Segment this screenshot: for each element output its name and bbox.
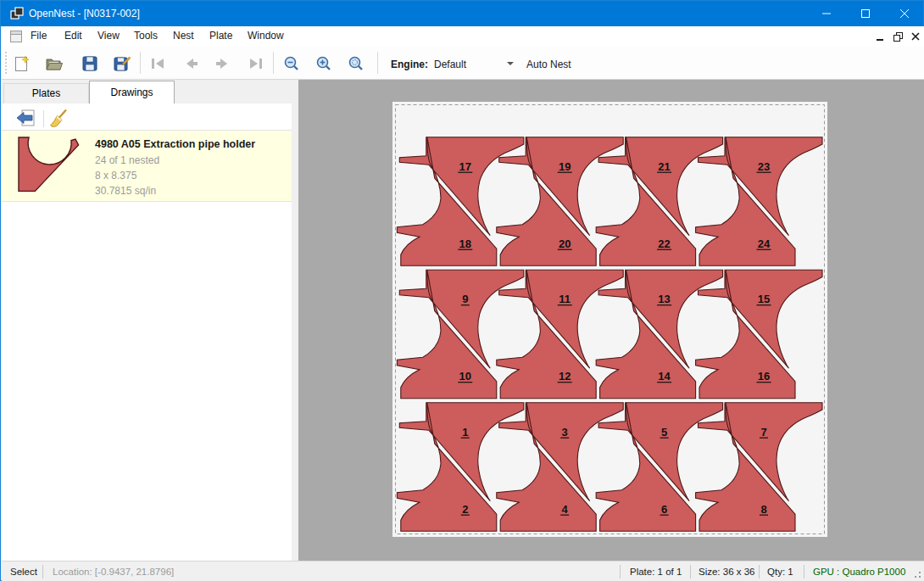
clean-broom-icon[interactable] [49,109,70,129]
close-button[interactable] [885,1,924,26]
status-plate: Plate: 1 of 1 [630,567,682,577]
engine-dropdown-icon[interactable] [506,60,515,67]
zoom-fit-button[interactable] [348,55,365,72]
part-number-label: 15 [758,293,770,305]
part-number-label: 12 [559,370,571,383]
nav-next-button [214,55,231,72]
mdi-minimize-icon[interactable] [877,34,884,42]
status-gpu: GPU : Quadro P1000 [813,567,905,577]
part-number-label: 2 [462,503,468,516]
zoom-in-button[interactable] [315,55,332,72]
nav-prev-button [182,55,199,72]
part-size: 8 x 8.375 [95,170,136,182]
part-number-label: 6 [661,503,667,516]
part-thumbnail [16,136,84,195]
drawing-list-item[interactable]: 4980 A05 Extraction pipe holder 24 of 1 … [2,131,292,202]
part-number-label: 7 [760,426,766,439]
minimize-button[interactable] [807,1,846,26]
window-title: OpenNest - [N0317-002] [29,8,140,20]
drawings-panel: 4980 A05 Extraction pipe holder 24 of 1 … [2,103,292,561]
part-nested-count: 24 of 1 nested [95,154,159,166]
engine-value[interactable]: Default [434,59,466,70]
menu-window[interactable]: Window [248,30,284,42]
part-title: 4980 A05 Extraction pipe holder [95,138,255,150]
app-window: OpenNest - [N0317-002] File Edit View To… [0,0,924,581]
toolbar-grip [4,52,8,75]
part-number-label: 4 [562,503,569,516]
engine-label: Engine: [391,59,428,70]
part-number-label: 20 [559,237,571,250]
status-bar: Select Location: [-0.9437, 21.8796] Plat… [2,561,924,581]
open-button[interactable] [46,55,63,72]
part-area: 30.7815 sq/in [95,185,156,197]
part-number-label: 16 [758,370,770,383]
nest-canvas[interactable]: 171921231820222491113151012141613572468 [298,80,924,561]
menu-edit[interactable]: Edit [64,30,82,42]
auto-nest-button[interactable]: Auto Nest [526,59,571,70]
nest-drawing: 171921231820222491113151012141613572468 [298,80,924,561]
part-number-label: 10 [459,370,471,383]
part-number-label: 17 [459,160,471,173]
main-toolbar: Engine: Default Auto Nest [2,47,924,80]
menu-plate[interactable]: Plate [209,30,232,42]
part-number-label: 23 [758,160,770,173]
menu-nest[interactable]: Nest [173,30,194,42]
part-number-label: 8 [760,503,766,516]
panel-toolbar [2,108,292,130]
maximize-button[interactable] [846,1,885,26]
menu-tools[interactable]: Tools [134,30,158,42]
app-icon [10,7,24,20]
status-size: Size: 36 x 36 [699,567,754,577]
new-button[interactable] [14,55,31,72]
part-number-label: 9 [462,293,468,305]
mdi-close-icon[interactable] [911,32,920,41]
part-number-label: 14 [658,370,671,383]
nav-last-button [247,55,264,72]
save-button[interactable] [81,55,98,72]
status-mode: Select [10,567,37,577]
status-qty: Qty: 1 [767,567,793,577]
part-number-label: 21 [658,160,670,173]
part-number-label: 22 [658,237,670,250]
part-number-label: 24 [758,237,771,250]
menu-view[interactable]: View [97,30,120,42]
part-number-label: 5 [661,426,667,439]
import-back-icon[interactable] [15,109,36,129]
panel-splitter[interactable] [292,80,298,561]
mdi-restore-icon[interactable] [893,32,903,42]
status-location: Location: [-0.9437, 21.8796] [53,567,174,577]
part-number-label: 18 [459,237,471,250]
panel-tabstrip: Plates Drawings [2,80,298,103]
part-number-label: 1 [462,426,468,439]
tab-drawings[interactable]: Drawings [89,81,175,103]
menu-file[interactable]: File [31,30,47,42]
part-number-label: 11 [559,293,571,305]
zoom-out-button[interactable] [283,55,300,72]
menu-bar: File Edit View Tools Nest Plate Window [2,26,924,47]
part-number-label: 3 [562,426,568,439]
resize-grip[interactable] [911,568,922,579]
nav-first-button [150,55,167,72]
part-number-label: 13 [658,293,670,305]
title-bar[interactable]: OpenNest - [N0317-002] [1,1,923,26]
save-as-button[interactable] [114,55,131,72]
tab-plates[interactable]: Plates [3,83,89,103]
mdi-child-icon [10,31,22,42]
part-number-label: 19 [559,160,571,173]
